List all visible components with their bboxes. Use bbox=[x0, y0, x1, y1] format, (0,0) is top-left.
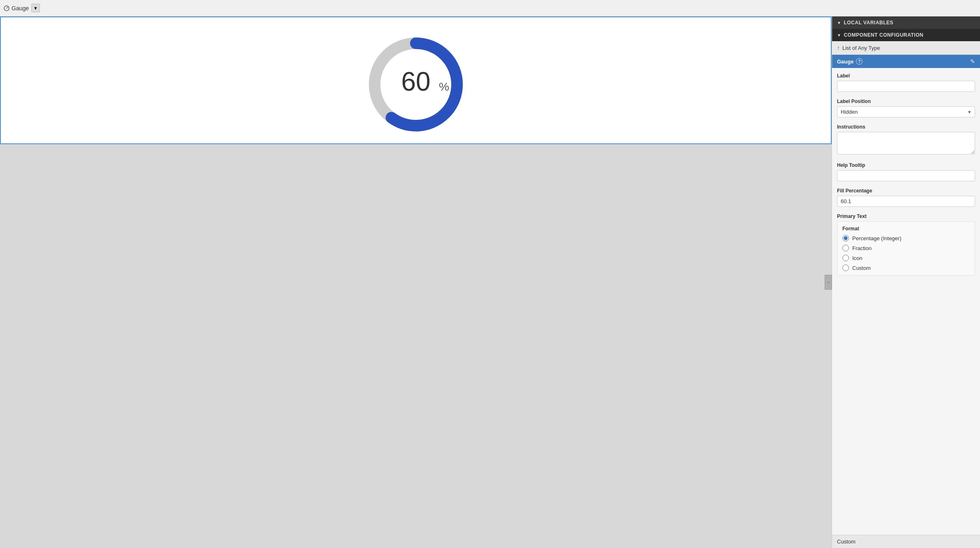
svg-text:60: 60 bbox=[401, 67, 430, 96]
gauge-chart: 60 % bbox=[358, 27, 474, 134]
label-position-label: Label Position bbox=[837, 98, 975, 104]
gauge-header-left: Gauge ? bbox=[837, 58, 863, 65]
label-group: Label bbox=[837, 73, 975, 92]
svg-text:%: % bbox=[439, 80, 449, 93]
help-tooltip-label: Help Tooltip bbox=[837, 162, 975, 168]
instructions-group: Instructions bbox=[837, 124, 975, 156]
label-field-label: Label bbox=[837, 73, 975, 79]
gauge-help-button[interactable]: ? bbox=[856, 58, 863, 65]
right-panel: ▼ LOCAL VARIABLES ▼ COMPONENT CONFIGURAT… bbox=[832, 16, 980, 548]
primary-text-section: Format Percentage (Integer) Fraction bbox=[837, 221, 975, 276]
format-custom-item[interactable]: Custom bbox=[842, 265, 970, 271]
format-icon-item[interactable]: Icon bbox=[842, 255, 970, 261]
format-fraction-label: Fraction bbox=[852, 245, 872, 251]
list-of-type-row[interactable]: ↑ List of Any Type bbox=[832, 41, 980, 55]
component-config-arrow: ▼ bbox=[837, 33, 841, 37]
format-icon-label: Icon bbox=[852, 255, 863, 261]
help-tooltip-input[interactable] bbox=[837, 170, 975, 181]
format-percentage-integer-radio[interactable] bbox=[842, 235, 849, 241]
label-position-select-wrapper: Hidden Top Bottom Left Right ▼ bbox=[837, 106, 975, 117]
list-of-type-icon: ↑ bbox=[837, 44, 840, 51]
gauge-widget[interactable]: 60 % bbox=[0, 16, 832, 144]
fill-percentage-label: Fill Percentage bbox=[837, 188, 975, 194]
local-vars-section-header[interactable]: ▼ LOCAL VARIABLES bbox=[832, 16, 980, 29]
format-percentage-integer-label: Percentage (Integer) bbox=[852, 235, 901, 241]
top-bar-title: Gauge bbox=[12, 5, 29, 12]
list-of-type-label: List of Any Type bbox=[842, 45, 880, 51]
gauge-svg-wrapper: 60 % bbox=[354, 23, 478, 138]
collapse-panel-button[interactable]: → bbox=[825, 275, 832, 290]
format-radio-group: Percentage (Integer) Fraction Icon bbox=[842, 235, 970, 271]
component-config-section-header[interactable]: ▼ COMPONENT CONFIGURATION bbox=[832, 29, 980, 41]
instructions-textarea[interactable] bbox=[837, 132, 975, 155]
component-config-label: COMPONENT CONFIGURATION bbox=[844, 32, 923, 38]
label-input[interactable] bbox=[837, 81, 975, 92]
primary-text-group: Primary Text Format Percentage (Integer)… bbox=[837, 213, 975, 276]
gauge-icon bbox=[3, 5, 10, 12]
instructions-label: Instructions bbox=[837, 124, 975, 130]
config-form: Label Label Position Hidden Top Bottom L… bbox=[832, 68, 980, 287]
format-custom-label: Custom bbox=[852, 265, 871, 271]
canvas-area: 60 % → bbox=[0, 16, 832, 548]
local-vars-label: LOCAL VARIABLES bbox=[844, 20, 893, 26]
local-vars-arrow: ▼ bbox=[837, 21, 841, 25]
format-fraction-radio[interactable] bbox=[842, 245, 849, 251]
label-position-select[interactable]: Hidden Top Bottom Left Right bbox=[837, 106, 975, 117]
top-bar: Gauge ▾ bbox=[0, 0, 980, 16]
main-layout: 60 % → ▼ LOCAL VARIABLES ▼ COMPONENT CON… bbox=[0, 16, 980, 548]
custom-label: Custom bbox=[837, 539, 856, 545]
fill-percentage-input[interactable]: 60.1 bbox=[837, 196, 975, 207]
gauge-config-header: Gauge ? ✎ bbox=[832, 55, 980, 68]
gauge-edit-icon[interactable]: ✎ bbox=[970, 58, 975, 65]
label-position-group: Label Position Hidden Top Bottom Left Ri… bbox=[837, 98, 975, 117]
gauge-config-label: Gauge bbox=[837, 59, 853, 65]
format-icon-radio[interactable] bbox=[842, 255, 849, 261]
svg-line-1 bbox=[7, 7, 8, 8]
format-percentage-integer-item[interactable]: Percentage (Integer) bbox=[842, 235, 970, 241]
gauge-dropdown-button[interactable]: ▾ bbox=[31, 4, 40, 12]
fill-percentage-group: Fill Percentage 60.1 bbox=[837, 188, 975, 207]
format-custom-radio[interactable] bbox=[842, 265, 849, 271]
help-tooltip-group: Help Tooltip bbox=[837, 162, 975, 181]
primary-text-label: Primary Text bbox=[837, 213, 975, 219]
format-fraction-item[interactable]: Fraction bbox=[842, 245, 970, 251]
custom-section: Custom bbox=[832, 535, 980, 548]
canvas-rest bbox=[0, 144, 832, 548]
format-label: Format bbox=[842, 226, 970, 232]
